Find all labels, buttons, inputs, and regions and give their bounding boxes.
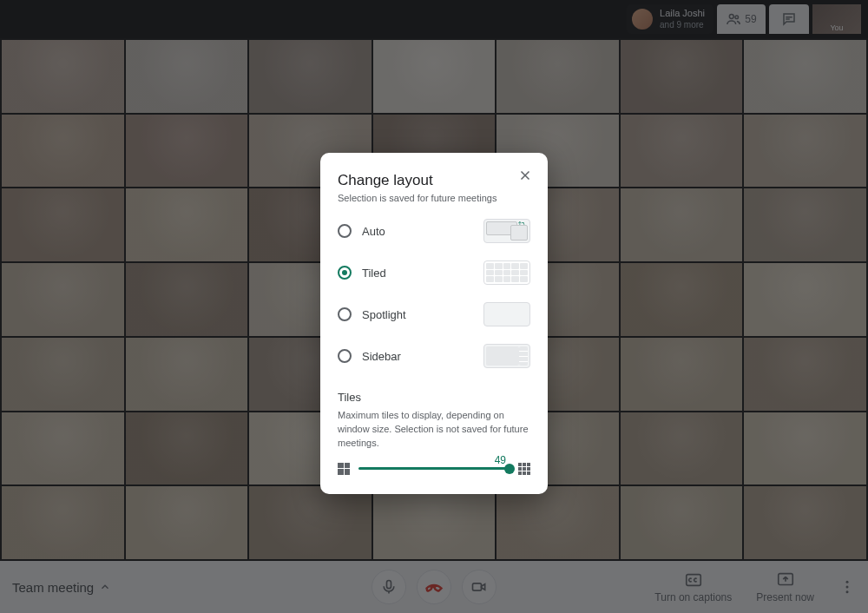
radio-sidebar	[338, 349, 352, 363]
radio-auto	[338, 224, 352, 238]
layout-thumb-auto: ⤴⤵	[483, 219, 530, 243]
tiles-description: Maximum tiles to display, depending on w…	[338, 409, 530, 451]
layout-option-tiled[interactable]: Tiled	[338, 260, 530, 285]
grid-small-icon	[338, 463, 350, 475]
layout-option-spotlight[interactable]: Spotlight	[338, 302, 530, 326]
layout-option-sidebar[interactable]: Sidebar	[338, 344, 530, 368]
dialog-subtitle: Selection is saved for future meetings	[338, 193, 530, 203]
layout-thumb-spotlight	[483, 302, 530, 326]
radio-tiled	[338, 266, 352, 280]
change-layout-dialog: Change layout Selection is saved for fut…	[320, 153, 548, 494]
layout-option-auto[interactable]: Auto ⤴⤵	[338, 219, 530, 243]
option-label: Tiled	[362, 267, 386, 280]
tiles-slider[interactable]	[358, 467, 510, 470]
layout-thumb-tiled	[483, 260, 530, 285]
dialog-title: Change layout	[338, 172, 530, 189]
option-label: Spotlight	[362, 308, 406, 321]
grid-large-icon	[518, 463, 530, 475]
layout-thumb-sidebar	[483, 344, 530, 368]
close-button[interactable]	[515, 165, 536, 186]
radio-spotlight	[338, 307, 352, 321]
option-label: Auto	[362, 225, 385, 238]
slider-value: 49	[495, 454, 506, 466]
tiles-heading: Tiles	[338, 391, 530, 404]
option-label: Sidebar	[362, 350, 401, 363]
close-icon	[517, 168, 533, 183]
